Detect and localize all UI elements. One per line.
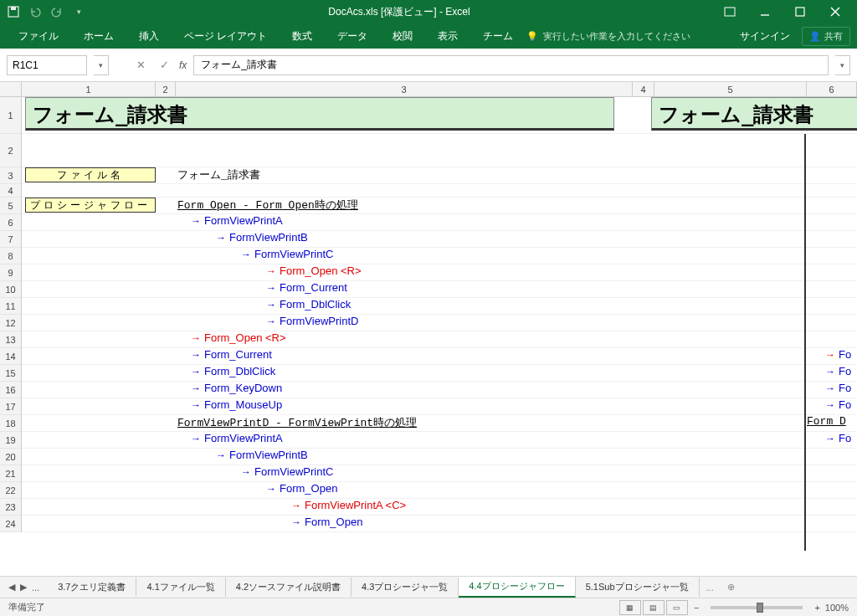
tab-team[interactable]: チーム [471, 24, 525, 49]
row-header[interactable]: 10 [0, 281, 22, 298]
spreadsheet-grid[interactable]: 1 2 3 4 5 6 1 フォーム_請求書 フォーム_請求書 2 3 ファイル… [0, 82, 857, 551]
tab-formulas[interactable]: 数式 [280, 24, 324, 49]
sheet-tab[interactable]: 4.3プロシージャ一覧 [352, 578, 459, 597]
qat-dropdown-icon[interactable]: ▾ [72, 5, 85, 18]
arrow-icon: → [825, 399, 835, 411]
sheet-tab-bar: ◀ ▶ ... 3.7クエリ定義書 4.1ファイル一覧 4.2ソースファイル説明… [0, 576, 857, 598]
arrow-icon: → [216, 232, 226, 244]
sheet-tab[interactable]: 5.1Subプロシージャ一覧 [576, 578, 700, 597]
tab-home[interactable]: ホーム [72, 24, 126, 49]
cancel-formula-icon[interactable]: ✕ [132, 57, 149, 74]
view-pagelayout-icon[interactable]: ▤ [643, 600, 665, 615]
svg-rect-2 [725, 8, 735, 16]
col-header[interactable]: 5 [654, 82, 807, 96]
ribbon-tabs: ファイル ホーム 挿入 ページ レイアウト 数式 データ 校閲 表示 チーム 💡… [0, 23, 857, 49]
signin-link[interactable]: サインイン [740, 29, 790, 44]
undo-icon[interactable] [28, 5, 42, 18]
tab-insert[interactable]: 挿入 [127, 24, 171, 49]
col-header[interactable]: 6 [807, 82, 857, 96]
zoom-level[interactable]: 100% [825, 603, 849, 613]
redo-icon[interactable] [50, 5, 64, 18]
tab-view[interactable]: 表示 [426, 24, 470, 49]
proc-item: →Form_Current [266, 281, 347, 295]
arrow-icon: → [191, 433, 201, 444]
new-sheet-button[interactable]: ⊕ [721, 582, 742, 593]
tab-data[interactable]: データ [326, 24, 379, 49]
tell-me[interactable]: 💡実行したい作業を入力してください [526, 30, 690, 43]
proc-item: →Form_DblClick [266, 298, 351, 311]
row-header[interactable]: 17 [0, 398, 22, 415]
proc-item: →FormViewPrintA [191, 432, 283, 445]
row-header[interactable]: 3 [0, 167, 22, 184]
proc-item: →Form_KeyDown [191, 382, 282, 395]
col-header[interactable]: 1 [22, 82, 156, 96]
share-button[interactable]: 👤共有 [802, 27, 850, 46]
sheet-tab[interactable]: 3.7クエリ定義書 [48, 578, 136, 597]
sheet-nav-next-icon[interactable]: ▶ [20, 582, 27, 593]
row-header[interactable]: 13 [0, 331, 22, 348]
formula-bar: R1C1 ▾ ✕ ✓ fx フォーム_請求書 ▾ [0, 49, 857, 82]
arrow-icon: → [191, 349, 201, 361]
row-header[interactable]: 19 [0, 432, 22, 449]
select-all-corner[interactable] [0, 82, 22, 96]
row-header[interactable]: 24 [0, 516, 22, 532]
row-header[interactable]: 15 [0, 365, 22, 382]
close-button[interactable] [819, 0, 852, 23]
arrow-icon: → [191, 215, 201, 227]
row-header[interactable]: 16 [0, 382, 22, 398]
fx-icon[interactable]: fx [179, 59, 187, 71]
zoom-thumb[interactable] [757, 603, 763, 613]
tab-file[interactable]: ファイル [7, 24, 70, 49]
arrow-icon: → [825, 382, 835, 394]
arrow-icon: → [191, 332, 201, 344]
arrow-icon: → [825, 349, 835, 361]
row-header[interactable]: 5 [0, 198, 22, 214]
row-header[interactable]: 7 [0, 231, 22, 248]
zoom-in-button[interactable]: + [814, 603, 819, 613]
title-cell-2: フォーム_請求書 [651, 97, 857, 131]
row-header[interactable]: 11 [0, 298, 22, 315]
col-header[interactable]: 2 [156, 82, 176, 96]
sheet-tab[interactable]: 4.2ソースファイル説明書 [226, 578, 352, 597]
row-header[interactable]: 18 [0, 415, 22, 432]
row-header[interactable]: 20 [0, 449, 22, 465]
sheet-nav-prev-icon[interactable]: ◀ [8, 582, 15, 593]
maximize-button[interactable] [783, 0, 817, 23]
col-header[interactable]: 4 [633, 82, 654, 96]
sheet-nav-more[interactable]: ... [32, 583, 39, 593]
expand-formula-icon[interactable]: ▾ [835, 55, 850, 75]
view-normal-icon[interactable]: ▦ [619, 600, 641, 615]
row-header[interactable]: 14 [0, 348, 22, 365]
row-header[interactable]: 6 [0, 214, 22, 231]
zoom-slider[interactable] [711, 606, 803, 609]
row-header[interactable]: 9 [0, 264, 22, 281]
minimize-button[interactable] [748, 0, 782, 23]
bulb-icon: 💡 [526, 31, 538, 42]
sheet-tab-active[interactable]: 4.4プロシージャフロー [459, 577, 575, 598]
col-header[interactable]: 3 [176, 82, 633, 96]
name-box[interactable]: R1C1 [7, 55, 87, 75]
ribbon-display-icon[interactable] [713, 0, 747, 23]
formula-input[interactable]: フォーム_請求書 [193, 55, 829, 75]
row-header[interactable]: 21 [0, 465, 22, 482]
sheet-tab[interactable]: 4.1ファイル一覧 [136, 578, 225, 597]
row-header[interactable]: 2 [0, 134, 22, 167]
proc-heading: Form_Open - Form_Open時の処理 [177, 198, 358, 213]
save-icon[interactable] [7, 5, 20, 18]
proc-item: →Form_Current [191, 348, 272, 362]
tab-review[interactable]: 校閲 [381, 24, 424, 49]
view-pagebreak-icon[interactable]: ▭ [666, 600, 688, 615]
row-header[interactable]: 4 [0, 184, 22, 198]
row-header[interactable]: 8 [0, 248, 22, 264]
name-box-dropdown[interactable]: ▾ [94, 55, 109, 75]
tab-pagelayout[interactable]: ページ レイアウト [172, 24, 279, 49]
row-header[interactable]: 12 [0, 315, 22, 331]
row-header[interactable]: 22 [0, 482, 22, 499]
row-header[interactable]: 23 [0, 499, 22, 516]
enter-formula-icon[interactable]: ✓ [156, 57, 172, 74]
proc-item: →Form_Open <R> [266, 264, 362, 278]
zoom-out-button[interactable]: − [694, 603, 699, 613]
sheet-more[interactable]: ... [700, 583, 721, 593]
row-header[interactable]: 1 [0, 97, 22, 134]
arrow-icon: → [191, 399, 201, 411]
